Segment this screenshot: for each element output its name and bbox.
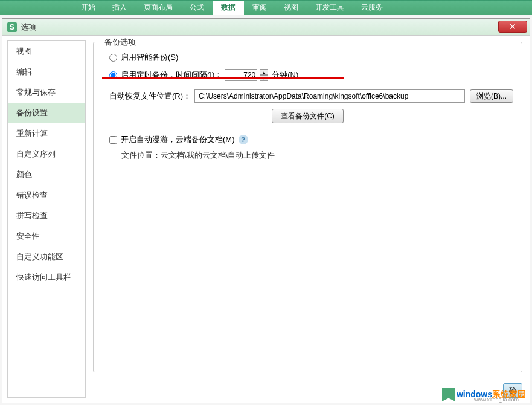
sidebar-item-edit[interactable]: 编辑 bbox=[8, 62, 85, 82]
sidebar-item-custom-ribbon[interactable]: 自定义功能区 bbox=[8, 247, 85, 267]
recovery-path-label: 自动恢复文件位置(R)： bbox=[109, 91, 191, 102]
dialog-footer: 确 bbox=[503, 383, 522, 398]
interval-spinner: ▲ ▼ bbox=[260, 69, 268, 81]
backup-options-legend: 备份选项 bbox=[101, 37, 139, 48]
ribbon-tab-pagelayout[interactable]: 页面布局 bbox=[135, 1, 181, 15]
cloud-path-value: 云文档\我的云文档\自动上传文件 bbox=[161, 151, 275, 160]
sidebar-item-spell-check[interactable]: 拼写检查 bbox=[8, 206, 85, 226]
dialog-body: 视图 编辑 常规与保存 备份设置 重新计算 自定义序列 颜色 错误检查 拼写检查… bbox=[2, 36, 530, 403]
options-dialog: S 选项 ✕ 视图 编辑 常规与保存 备份设置 重新计算 自定义序列 颜色 错误… bbox=[2, 18, 530, 403]
ribbon-tabs: 开始 插入 页面布局 公式 数据 审阅 视图 开发工具 云服务 bbox=[0, 1, 532, 15]
spinner-up-icon[interactable]: ▲ bbox=[260, 69, 268, 75]
minutes-label: 分钟(N) bbox=[272, 70, 298, 80]
dialog-titlebar: S 选项 ✕ bbox=[2, 19, 530, 36]
ribbon-tab-review[interactable]: 审阅 bbox=[244, 1, 275, 15]
sidebar-item-backup-settings[interactable]: 备份设置 bbox=[8, 103, 85, 123]
ribbon-tab-insert[interactable]: 插入 bbox=[104, 1, 135, 15]
ok-button[interactable]: 确 bbox=[503, 383, 522, 398]
timed-backup-label[interactable]: 启用定时备份，时间间隔(I)： bbox=[121, 70, 222, 80]
help-icon[interactable]: ? bbox=[239, 135, 248, 144]
cloud-backup-checkbox[interactable] bbox=[109, 136, 117, 144]
browse-button[interactable]: 浏览(B)... bbox=[470, 89, 513, 103]
content-area: 备份选项 启用智能备份(S) 启用定时备份，时间间隔(I)： ▲ ▼ 分钟(N) bbox=[86, 36, 530, 403]
smart-backup-row: 启用智能备份(S) bbox=[102, 52, 513, 63]
sidebar-item-color[interactable]: 颜色 bbox=[8, 164, 85, 185]
sidebar-item-quick-access[interactable]: 快速访问工具栏 bbox=[8, 267, 85, 288]
cloud-path-text: 文件位置：云文档\我的云文档\自动上传文件 bbox=[102, 150, 513, 161]
backup-options-fieldset: 备份选项 启用智能备份(S) 启用定时备份，时间间隔(I)： ▲ ▼ 分钟(N) bbox=[93, 42, 522, 372]
sidebar-item-security[interactable]: 安全性 bbox=[8, 226, 85, 247]
recovery-path-input[interactable] bbox=[194, 89, 465, 103]
sidebar-item-recalc[interactable]: 重新计算 bbox=[8, 123, 85, 144]
view-backup-row: 查看备份文件(C) bbox=[102, 109, 513, 123]
sidebar-item-general-save[interactable]: 常规与保存 bbox=[8, 82, 85, 103]
view-backup-files-button[interactable]: 查看备份文件(C) bbox=[272, 109, 344, 123]
ribbon-tab-view[interactable]: 视图 bbox=[275, 1, 307, 15]
timed-backup-row: 启用定时备份，时间间隔(I)： ▲ ▼ 分钟(N) bbox=[102, 69, 513, 81]
ribbon-tab-devtools[interactable]: 开发工具 bbox=[307, 1, 353, 15]
sidebar-item-custom-lists[interactable]: 自定义序列 bbox=[8, 144, 85, 164]
cloud-backup-row: 开启自动漫游，云端备份文档(M) ? bbox=[102, 134, 513, 145]
smart-backup-label[interactable]: 启用智能备份(S) bbox=[121, 52, 178, 63]
cloud-path-label: 文件位置： bbox=[121, 151, 161, 160]
dialog-title: 选项 bbox=[21, 22, 525, 33]
cloud-backup-label[interactable]: 开启自动漫游，云端备份文档(M) bbox=[121, 134, 235, 145]
dialog-icon: S bbox=[7, 22, 17, 32]
recovery-path-row: 自动恢复文件位置(R)： 浏览(B)... bbox=[102, 89, 513, 103]
smart-backup-radio[interactable] bbox=[109, 54, 117, 62]
sidebar-item-error-check[interactable]: 错误检查 bbox=[8, 185, 85, 206]
interval-input[interactable] bbox=[225, 69, 257, 81]
sidebar-item-view[interactable]: 视图 bbox=[8, 41, 85, 62]
ribbon-tab-cloud[interactable]: 云服务 bbox=[353, 1, 391, 15]
close-button[interactable]: ✕ bbox=[498, 21, 527, 33]
highlight-underline bbox=[102, 77, 344, 79]
ribbon-tab-start[interactable]: 开始 bbox=[72, 1, 104, 15]
ribbon-tab-data[interactable]: 数据 bbox=[213, 1, 244, 15]
sidebar: 视图 编辑 常规与保存 备份设置 重新计算 自定义序列 颜色 错误检查 拼写检查… bbox=[7, 40, 86, 398]
ribbon-tab-formula[interactable]: 公式 bbox=[181, 1, 213, 15]
